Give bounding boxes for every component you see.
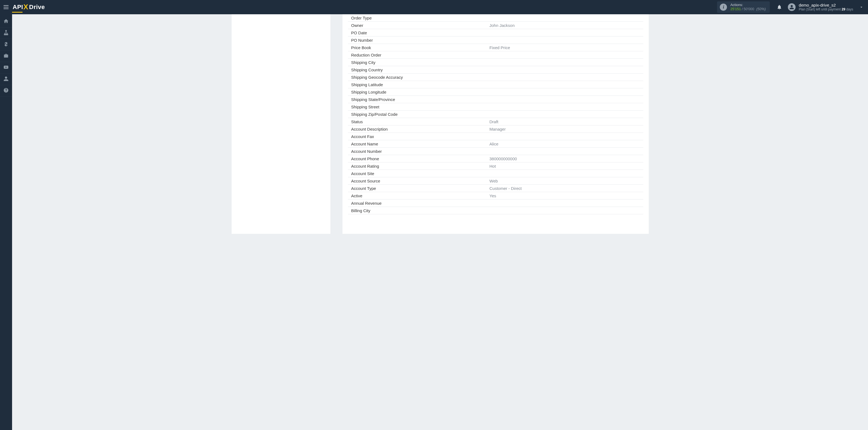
field-label: Shipping Latitude xyxy=(348,82,489,87)
field-label: PO Date xyxy=(348,30,489,35)
field-row: Order Type xyxy=(348,14,643,22)
field-label: Account Fax xyxy=(348,134,489,139)
field-label: Account Name xyxy=(348,142,489,146)
topbar: API X Drive i Actions: 25'151/50'000 (50… xyxy=(0,0,868,14)
field-value: John Jackson xyxy=(489,23,643,28)
field-row: Shipping State/Province xyxy=(348,96,643,103)
logo-underline xyxy=(12,12,23,12)
svg-rect-2 xyxy=(7,34,8,35)
menu-toggle-button[interactable] xyxy=(0,0,12,14)
field-label: Shipping State/Province xyxy=(348,97,489,102)
field-label: Billing City xyxy=(348,208,489,213)
question-icon xyxy=(3,88,9,94)
field-row: Account TypeCustomer - Direct xyxy=(348,185,643,192)
sidebar-item-connections[interactable] xyxy=(0,27,12,39)
field-value: Customer - Direct xyxy=(489,186,643,191)
field-row: Shipping Longitude xyxy=(348,88,643,96)
actions-usage-text: Actions: 25'151/50'000 (50%) xyxy=(730,3,766,11)
user-plan-prefix: Plan |Start| left until payment xyxy=(799,7,842,11)
sitemap-icon xyxy=(3,30,9,36)
actions-usage-pill[interactable]: i Actions: 25'151/50'000 (50%) xyxy=(717,1,770,13)
notifications-button[interactable] xyxy=(775,2,784,12)
dollar-icon xyxy=(3,41,9,48)
field-value: Alice xyxy=(489,142,643,146)
field-label: Status xyxy=(348,119,489,124)
briefcase-icon xyxy=(3,53,9,60)
field-label: Account Phone xyxy=(348,156,489,161)
info-icon: i xyxy=(720,4,727,11)
field-value: Draft xyxy=(489,119,643,124)
sidebar-item-billing[interactable] xyxy=(0,39,12,51)
user-name: demo_apix-drive_s2 xyxy=(799,3,853,7)
sidebar-item-help[interactable] xyxy=(0,85,12,97)
sidebar-item-account[interactable] xyxy=(0,73,12,85)
content: Order TypeOwnerJohn JacksonPO DatePO Num… xyxy=(12,14,868,430)
sidebar xyxy=(0,14,12,430)
main-panel: Order TypeOwnerJohn JacksonPO DatePO Num… xyxy=(342,14,649,234)
field-row: Account Fax xyxy=(348,133,643,140)
svg-rect-0 xyxy=(5,30,7,31)
field-row: StatusDraft xyxy=(348,118,643,125)
actions-used: 25'151 xyxy=(730,7,741,11)
field-label: Shipping Longitude xyxy=(348,90,489,94)
field-row: Shipping Geocode Accuracy xyxy=(348,73,643,81)
youtube-icon xyxy=(3,64,9,71)
field-row: Billing City xyxy=(348,207,643,214)
logo[interactable]: API X Drive xyxy=(12,3,45,11)
user-plan-days-word: days xyxy=(845,7,853,11)
actions-sep: / xyxy=(741,7,744,11)
field-row: PO Date xyxy=(348,29,643,36)
field-row: Account DescriptionManager xyxy=(348,125,643,133)
logo-text-api: API xyxy=(12,4,23,11)
field-label: Account Number xyxy=(348,149,489,154)
field-label: Account Source xyxy=(348,179,489,183)
field-row: Account Phone380000000000 xyxy=(348,155,643,162)
field-row: Account Site xyxy=(348,170,643,177)
bell-icon xyxy=(777,4,782,10)
field-row: OwnerJohn Jackson xyxy=(348,22,643,29)
field-label: Shipping Zip/Postal Code xyxy=(348,112,489,117)
field-label: Shipping Country xyxy=(348,67,489,72)
user-plan-line: Plan |Start| left until payment 29 days xyxy=(799,8,853,11)
field-label: Active xyxy=(348,193,489,198)
field-label: Account Rating xyxy=(348,164,489,168)
field-label: PO Number xyxy=(348,38,489,42)
field-label: Account Description xyxy=(348,127,489,131)
left-panel xyxy=(231,14,331,234)
field-label: Account Type xyxy=(348,186,489,191)
actions-percent: (50%) xyxy=(756,7,766,11)
field-value: Fixed Price xyxy=(489,45,643,50)
user-menu[interactable]: demo_apix-drive_s2 Plan |Start| left unt… xyxy=(788,3,853,11)
field-row: Annual Revenue xyxy=(348,199,643,207)
field-label: Owner xyxy=(348,23,489,28)
field-row: Reduction Order xyxy=(348,51,643,59)
logo-text-x: X xyxy=(23,3,28,11)
field-label: Account Site xyxy=(348,171,489,176)
hamburger-icon xyxy=(4,7,8,7)
user-plan-days: 29 xyxy=(842,7,845,11)
svg-rect-1 xyxy=(4,34,5,35)
field-list: Order TypeOwnerJohn JacksonPO DatePO Num… xyxy=(348,14,643,214)
sidebar-item-home[interactable] xyxy=(0,16,12,27)
actions-limit: 50'000 xyxy=(744,7,754,11)
field-row: Shipping Country xyxy=(348,66,643,73)
chevron-down-icon xyxy=(859,5,864,9)
actions-title: Actions: xyxy=(730,3,766,7)
field-row: Shipping Zip/Postal Code xyxy=(348,111,643,118)
field-row: Shipping Street xyxy=(348,103,643,111)
logo-text-drive: Drive xyxy=(29,4,45,11)
content-scroll[interactable]: Order TypeOwnerJohn JacksonPO DatePO Num… xyxy=(12,14,868,430)
field-value: Manager xyxy=(489,127,643,131)
field-label: Order Type xyxy=(348,16,489,20)
user-dropdown-toggle[interactable] xyxy=(857,2,866,12)
field-row: Shipping Latitude xyxy=(348,81,643,88)
field-value: Web xyxy=(489,179,643,183)
field-label: Shipping Street xyxy=(348,104,489,109)
avatar-icon xyxy=(788,3,796,11)
sidebar-item-videos[interactable] xyxy=(0,62,12,73)
field-value: Yes xyxy=(489,193,643,198)
sidebar-item-projects[interactable] xyxy=(0,51,12,62)
field-row: Account SourceWeb xyxy=(348,177,643,185)
field-row: Shipping City xyxy=(348,59,643,66)
field-value: Hot xyxy=(489,164,643,168)
